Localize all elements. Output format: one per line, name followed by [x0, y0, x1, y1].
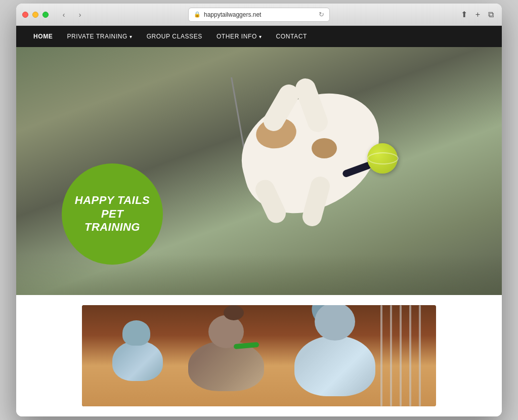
cage-bar-4	[409, 305, 411, 406]
nav-items: HOME PRIVATE TRAINING ▾ GROUP CLASSES OT…	[26, 26, 314, 47]
nav-item-private-training[interactable]: PRIVATE TRAINING ▾	[60, 26, 139, 47]
hero-badge-text: HAPPY TAILS PET TRAINING	[62, 194, 163, 234]
cage-bar-3	[400, 305, 402, 406]
traffic-lights	[22, 12, 49, 18]
content-section	[16, 295, 502, 416]
nav-item-group-classes[interactable]: GROUP CLASSES	[140, 26, 209, 47]
dog-left-head	[122, 320, 150, 346]
nav-item-home[interactable]: HOME	[26, 26, 60, 47]
hero-background: HAPPY TAILS PET TRAINING	[16, 47, 502, 295]
dog-right-head	[315, 305, 355, 341]
close-button[interactable]	[22, 12, 28, 18]
dog-center-spot	[224, 305, 244, 320]
dog-illustration	[221, 77, 413, 249]
share-button[interactable]: ⬆	[459, 9, 469, 20]
site-navigation: HOME PRIVATE TRAINING ▾ GROUP CLASSES OT…	[16, 26, 502, 47]
back-button[interactable]: ‹	[57, 9, 71, 20]
dog-right	[284, 315, 385, 406]
new-tab-button[interactable]: +	[473, 9, 482, 20]
hero-section: HAPPY TAILS PET TRAINING	[16, 47, 502, 295]
dog-center-body	[188, 341, 264, 391]
cage	[375, 305, 436, 406]
cage-bar-1	[380, 305, 382, 406]
cage-bar-5	[419, 305, 421, 406]
browser-nav-buttons: ‹ ›	[57, 9, 87, 20]
dog-right-body	[294, 335, 375, 396]
browser-window: ‹ › 🔒 happytailwaggers.net ↻ ⬆ + ⧉ HOME …	[16, 4, 502, 416]
dogs-photo	[82, 305, 436, 406]
address-bar-container: 🔒 happytailwaggers.net ↻	[188, 8, 330, 22]
maximize-button[interactable]	[42, 12, 49, 18]
dog-left-body	[112, 341, 163, 381]
lock-icon: 🔒	[194, 11, 201, 18]
toolbar-right: ⬆ + ⧉	[459, 9, 496, 20]
tabs-button[interactable]: ⧉	[486, 9, 496, 20]
address-bar[interactable]: 🔒 happytailwaggers.net ↻	[188, 8, 330, 22]
dog-left	[107, 330, 168, 396]
dog-center	[183, 320, 274, 401]
title-bar: ‹ › 🔒 happytailwaggers.net ↻ ⬆ + ⧉	[16, 4, 502, 26]
url-text: happytailwaggers.net	[204, 11, 261, 18]
nav-item-other-info[interactable]: OTHER INFO ▾	[209, 26, 269, 47]
tennis-ball	[367, 143, 398, 174]
chevron-down-icon: ▾	[130, 34, 133, 39]
hero-badge: HAPPY TAILS PET TRAINING	[62, 163, 163, 265]
grass-overlay	[16, 255, 502, 295]
dog-spot-2	[312, 138, 337, 158]
forward-button[interactable]: ›	[73, 9, 87, 20]
reload-button[interactable]: ↻	[319, 11, 324, 18]
nav-item-contact[interactable]: CONTACT	[269, 26, 314, 47]
chevron-down-icon-2: ▾	[259, 34, 262, 39]
minimize-button[interactable]	[32, 12, 38, 18]
cage-bar-2	[390, 305, 392, 406]
